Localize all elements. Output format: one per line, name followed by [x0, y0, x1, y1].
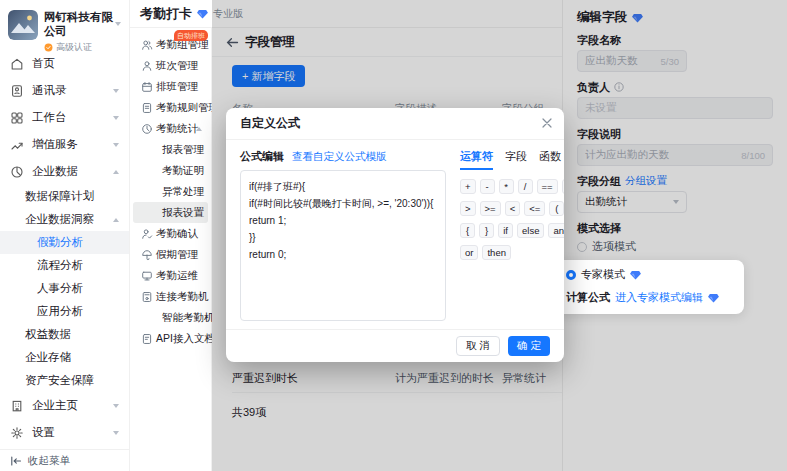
sidebar-item-label: 资产安全保障	[25, 373, 94, 388]
operator-button[interactable]: !=	[562, 179, 564, 194]
menu-item-connect-machine[interactable]: 连接考勤机	[133, 286, 208, 307]
formula-tool-tabs: 运算符 字段 函数	[460, 149, 550, 170]
sidebar-item-enterprise-homepage[interactable]: 企业主页	[0, 392, 129, 419]
sidebar-item-enterprise-storage[interactable]: 企业存储	[0, 346, 129, 369]
operator-button[interactable]: if	[498, 223, 513, 238]
company-name: 网钉科技有限公司	[44, 10, 121, 38]
api-doc-icon	[141, 333, 153, 345]
sidebar-item-label: 设置	[32, 425, 55, 440]
tab-fields[interactable]: 字段	[505, 149, 527, 170]
menu-item-smart-machine[interactable]: 智能考勤机	[133, 307, 208, 328]
chevron-down-icon	[113, 116, 119, 120]
sidebar-item-enterprise-data[interactable]: 企业数据	[0, 158, 129, 185]
menu-item-label: 班次管理	[156, 59, 198, 73]
enter-expert-mode-link[interactable]: 进入专家模式编辑	[615, 290, 703, 305]
menu-item-attendance-confirm[interactable]: 考勤确认	[133, 223, 208, 244]
confirm-button[interactable]: 确 定	[508, 336, 550, 356]
chevron-down-icon	[113, 404, 119, 408]
menu-item-schedule-management[interactable]: 排班管理	[133, 76, 208, 97]
guide-spotlight: 专家模式 计算公式 进入专家模式编辑	[554, 260, 744, 314]
menu-item-label: 考勤证明	[162, 164, 204, 178]
menu-item-attendance-proof[interactable]: 考勤证明	[133, 160, 208, 181]
operator-button[interactable]: /	[518, 179, 533, 194]
tab-functions[interactable]: 函数	[539, 149, 561, 170]
gear-icon	[10, 426, 24, 440]
collapse-menu-button[interactable]: 收起菜单	[0, 449, 129, 471]
operator-button[interactable]: else	[517, 223, 544, 238]
menu-item-report-management[interactable]: 报表管理	[133, 139, 208, 160]
operator-button[interactable]: >	[460, 201, 476, 216]
operator-button[interactable]: +	[460, 179, 476, 194]
menu-item-attendance-groups[interactable]: 考勤组管理 自动排班	[133, 34, 208, 55]
operator-button[interactable]: or	[460, 245, 478, 260]
vip-gem-icon	[630, 270, 641, 280]
formula-editor[interactable]: if(#排了班#){ if(#时间比较#(最晚打卡时间, >=, '20:30'…	[240, 170, 446, 321]
sidebar-item-settings[interactable]: 设置	[0, 419, 129, 446]
menu-item-attendance-ops[interactable]: 考勤运维	[133, 265, 208, 286]
sidebar-item-attendance-analysis[interactable]: 假勤分析	[0, 231, 129, 254]
menu-item-api-docs[interactable]: API接入文档	[133, 328, 208, 349]
sidebar-item-label: 人事分析	[37, 281, 83, 296]
tab-operators[interactable]: 运算符	[460, 149, 493, 170]
sidebar-item-label: 假勤分析	[37, 235, 83, 250]
attendance-machine-icon	[141, 291, 153, 303]
collapse-icon	[10, 455, 22, 467]
operator-button[interactable]: ==	[537, 179, 558, 194]
monitor-icon	[141, 270, 153, 282]
sidebar-item-process-analysis[interactable]: 流程分析	[0, 254, 129, 277]
chevron-up-icon	[196, 127, 202, 131]
people-icon	[141, 39, 153, 51]
sidebar-item-label: 企业主页	[32, 398, 78, 413]
operator-button[interactable]: <	[505, 201, 521, 216]
clock-icon	[141, 123, 153, 135]
app-title: 考勤打卡	[140, 5, 192, 23]
sidebar-item-label: 流程分析	[37, 258, 83, 273]
sidebar-item-label: 权益数据	[25, 327, 71, 342]
sidebar-item-data-insight[interactable]: 企业数据洞察	[0, 208, 129, 231]
vip-gem-icon	[197, 9, 208, 19]
sidebar-item-label: 首页	[32, 56, 55, 71]
home-icon	[10, 57, 24, 71]
sidebar-item-workbench[interactable]: 工作台	[0, 104, 129, 131]
operator-button[interactable]: and	[548, 223, 564, 238]
operator-button[interactable]: {	[460, 223, 475, 238]
operator-button[interactable]: }	[479, 223, 494, 238]
menu-item-shift-management[interactable]: 班次管理	[133, 55, 208, 76]
custom-formula-modal: 自定义公式 公式编辑 查看自定义公式模版 if(#排了班#){ if(#时间比较…	[226, 108, 564, 362]
operator-buttons: + - * / == != > >= < <= ( ) { }	[460, 179, 564, 260]
sidebar-item-label: 企业存储	[25, 350, 71, 365]
menu-item-label: 报表管理	[162, 143, 204, 157]
sidebar-item-home[interactable]: 首页	[0, 50, 129, 77]
sidebar-item-value-services[interactable]: 增值服务	[0, 131, 129, 158]
contacts-icon	[10, 84, 24, 98]
menu-item-label: 考勤统计	[156, 122, 198, 136]
calc-formula-label: 计算公式	[566, 290, 610, 305]
operator-button[interactable]: >=	[480, 201, 501, 216]
expert-mode-radio[interactable]: 专家模式	[566, 267, 734, 282]
view-formula-template-link[interactable]: 查看自定义公式模版	[292, 150, 387, 164]
company-switcher[interactable]: 网钉科技有限公司 高级认证	[0, 0, 129, 50]
sidebar-item-label: 应用分析	[37, 304, 83, 319]
sidebar-item-rights-data[interactable]: 权益数据	[0, 323, 129, 346]
sidebar-item-app-analysis[interactable]: 应用分析	[0, 300, 129, 323]
menu-item-holiday-management[interactable]: 假期管理	[133, 244, 208, 265]
close-icon[interactable]	[542, 118, 552, 128]
operator-button[interactable]: *	[499, 179, 514, 194]
menu-item-attendance-statistics[interactable]: 考勤统计	[133, 118, 208, 139]
menu-item-attendance-rules[interactable]: 考勤规则管理	[133, 97, 208, 118]
menu-item-exception-handling[interactable]: 异常处理	[133, 181, 208, 202]
sidebar-item-data-guarantee[interactable]: 数据保障计划	[0, 185, 129, 208]
operator-button[interactable]: then	[482, 245, 511, 260]
operator-button[interactable]: (	[549, 201, 564, 216]
sidebar-item-asset-security[interactable]: 资产安全保障	[0, 369, 129, 392]
chevron-up-icon	[113, 218, 119, 222]
operator-button[interactable]: <=	[524, 201, 545, 216]
sidebar-item-contacts[interactable]: 通讯录	[0, 77, 129, 104]
person-check-icon	[141, 228, 153, 240]
menu-item-label: 考勤确认	[156, 227, 198, 241]
operator-button[interactable]: -	[480, 179, 495, 194]
sidebar-item-hr-analysis[interactable]: 人事分析	[0, 277, 129, 300]
menu-item-report-settings[interactable]: 报表设置	[133, 202, 208, 223]
sidebar-item-label: 企业数据洞察	[25, 212, 94, 227]
cancel-button[interactable]: 取 消	[456, 336, 500, 356]
